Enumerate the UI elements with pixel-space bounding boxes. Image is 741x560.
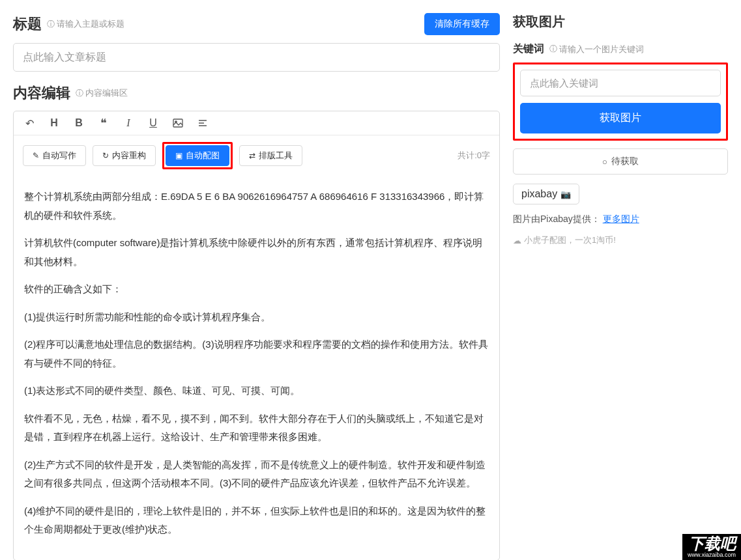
keyword-label-row: 关键词 请输入一个图片关键词: [513, 42, 728, 56]
watermark: 下载吧 www.xiazaiba.com: [682, 534, 741, 560]
keyword-label: 关键词: [513, 42, 544, 56]
editor-box: ↶ H B ❝ I U ✎ 自动写作 ↻: [13, 111, 500, 560]
quote-icon[interactable]: ❝: [97, 117, 110, 130]
title-label: 标题: [13, 14, 42, 34]
pencil-icon: ✎: [33, 151, 39, 160]
article-title-input[interactable]: [13, 43, 500, 72]
editor-label: 内容编辑: [13, 83, 70, 103]
image-section-title: 获取图片: [513, 13, 728, 31]
pixabay-badge: pixabay 📷: [513, 184, 579, 204]
italic-icon[interactable]: I: [122, 117, 135, 130]
image-icon[interactable]: [171, 117, 184, 130]
auto-image-highlight: ▣ 自动配图: [162, 142, 233, 169]
underline-icon[interactable]: U: [147, 117, 160, 130]
keyword-input[interactable]: [520, 70, 721, 96]
action-toolbar: ✎ 自动写作 ↻ 内容重构 ▣ 自动配图 ⇄ 排版工具 共计:0字: [14, 135, 499, 176]
clear-cache-button[interactable]: 清除所有缓存: [424, 13, 500, 35]
restructure-button[interactable]: ↻ 内容重构: [93, 145, 156, 166]
undo-icon[interactable]: ↶: [23, 117, 36, 130]
layout-icon: ⇄: [249, 151, 255, 160]
pending-button[interactable]: 待获取: [513, 148, 728, 175]
provider-row: 图片由Pixabay提供： 更多图片: [513, 214, 728, 225]
word-count: 共计:0字: [458, 150, 490, 161]
editor-paragraph: (2)生产方式不同的软件是开发，是人类智能的高发挥，而不是传统意义上的硬件制造。…: [24, 456, 489, 493]
more-images-link[interactable]: 更多图片: [603, 214, 639, 224]
auto-image-button[interactable]: ▣ 自动配图: [166, 145, 229, 166]
layout-tool-button[interactable]: ⇄ 排版工具: [239, 145, 302, 166]
bold-icon[interactable]: B: [72, 117, 85, 130]
picture-icon: ▣: [175, 151, 182, 160]
title-section-header: 标题 请输入主题或标题 清除所有缓存: [13, 13, 500, 35]
heading-icon[interactable]: H: [48, 117, 61, 130]
align-icon[interactable]: [196, 117, 209, 130]
editor-content[interactable]: 整个计算机系统由两部分组成：E.69DA 5 E 6 BA 9062616964…: [14, 176, 499, 560]
fetch-image-button[interactable]: 获取图片: [520, 103, 721, 133]
editor-paragraph: 整个计算机系统由两部分组成：E.69DA 5 E 6 BA 9062616964…: [24, 188, 489, 225]
format-toolbar: ↶ H B ❝ I U: [14, 111, 499, 135]
editor-paragraph: (2)程序可以满意地处理信息的数据结构。(3)说明程序功能要求和程序需要的文档的…: [24, 335, 489, 372]
refresh-icon: ↻: [102, 151, 109, 160]
editor-paragraph: (4)维护不同的硬件是旧的，理论上软件是旧的，并不坏，但实际上软件也是旧的和坏的…: [24, 502, 489, 539]
editor-paragraph: (1)表达形式不同的硬件类型、颜色、味道、可见、可摸、可闻。: [24, 382, 489, 400]
title-hint: 请输入主题或标题: [47, 18, 124, 30]
editor-paragraph: 软件的正确含义如下：: [24, 280, 489, 299]
editor-paragraph: 软件看不见，无色，枯燥，看不见，摸不到，闻不到。软件大部分存在于人们的头脑或纸上…: [24, 410, 489, 447]
editor-section-header: 内容编辑 内容编辑区: [13, 83, 500, 103]
editor-hint: 内容编辑区: [76, 87, 128, 99]
keyword-highlight-box: 获取图片: [513, 63, 728, 141]
editor-paragraph: 计算机软件(computer software)是指计算机系统中除硬件以外的所有…: [24, 234, 489, 271]
footer-note: 小虎子配图，一次1淘币!: [513, 234, 728, 246]
keyword-hint: 请输入一个图片关键词: [549, 44, 644, 55]
camera-icon: 📷: [560, 189, 571, 199]
auto-write-button[interactable]: ✎ 自动写作: [23, 145, 86, 166]
editor-paragraph: (1)提供运行时所需功能和性能的命令或计算机程序集合。: [24, 308, 489, 327]
